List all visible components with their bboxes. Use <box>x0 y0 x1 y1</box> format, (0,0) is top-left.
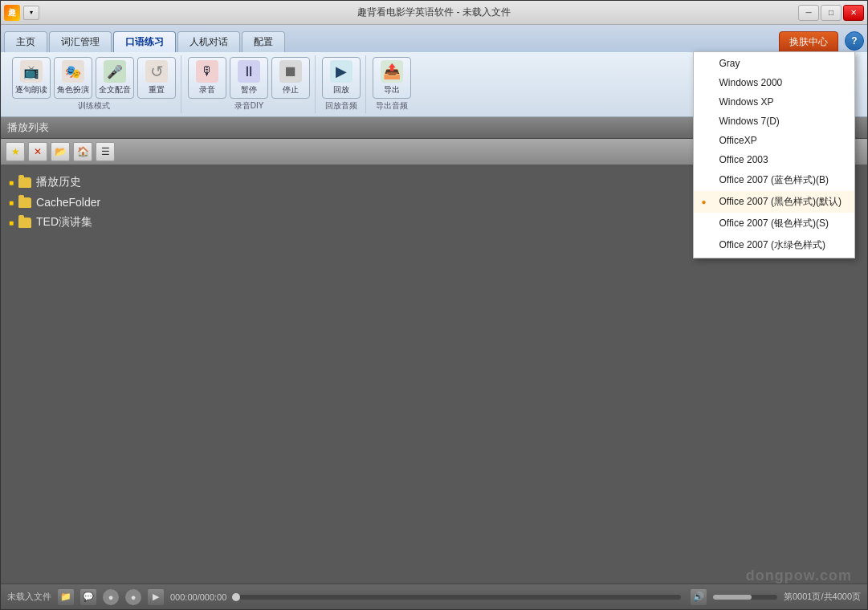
menu-dropdown-btn[interactable]: ▾ <box>23 6 39 20</box>
app-logo: 趣 <box>4 5 20 21</box>
toolbar-group-playback: ▶ 回放 回放音频 <box>317 55 366 113</box>
record-buttons: 🎙 录音 ⏸ 暂停 ⏹ 停止 <box>188 57 310 99</box>
full-dub-label: 全文配音 <box>99 84 131 96</box>
maximize-button[interactable]: □ <box>821 5 842 21</box>
export-button[interactable]: 📤 导出 <box>373 57 411 99</box>
tab-config[interactable]: 配置 <box>242 31 285 52</box>
export-buttons: 📤 导出 <box>373 57 411 99</box>
folder-icon <box>18 177 31 188</box>
line-read-label: 逐句朗读 <box>15 84 47 96</box>
skin-option-win2000[interactable]: Windows 2000 <box>694 73 854 92</box>
skin-option-office2007silver[interactable]: Office 2007 (银色样式)(S) <box>694 213 854 234</box>
playlist-star-button[interactable]: ★ <box>6 142 25 161</box>
stop-label: 停止 <box>283 84 299 96</box>
folder-icon <box>18 197 31 208</box>
status-play-icon[interactable]: ▶ <box>148 589 164 605</box>
status-bar: 未载入文件 📁 💬 ● ● ▶ 000:00/000:00 🔊 第0001页/共… <box>1 584 867 609</box>
bullet-icon: ■ <box>9 218 14 227</box>
minimize-button[interactable]: ─ <box>798 5 819 21</box>
close-button[interactable]: ✕ <box>843 5 864 21</box>
skin-option-gray[interactable]: Gray <box>694 54 854 73</box>
help-button[interactable]: ? <box>845 31 864 51</box>
playback-icon: ▶ <box>330 60 352 83</box>
bullet-icon: ■ <box>9 198 14 207</box>
export-label: 导出 <box>384 84 400 96</box>
playback-button[interactable]: ▶ 回放 <box>322 57 361 99</box>
pause-button[interactable]: ⏸ 暂停 <box>230 57 268 99</box>
role-play-label: 角色扮演 <box>57 84 89 96</box>
full-dub-icon: 🎤 <box>104 60 126 83</box>
skin-option-officexp[interactable]: OfficeXP <box>694 131 854 150</box>
status-file-label: 未载入文件 <box>7 591 51 603</box>
stop-icon: ⏹ <box>279 60 302 83</box>
export-group-label: 导出音频 <box>376 100 408 112</box>
tab-home[interactable]: 主页 <box>4 31 47 52</box>
train-buttons: 📺 逐句朗读 🎭 角色扮演 🎤 全文配音 ↺ 重置 <box>12 57 176 99</box>
playlist-home-button[interactable]: 🏠 <box>73 142 92 161</box>
item-history-label: 播放历史 <box>36 175 81 189</box>
full-dub-button[interactable]: 🎤 全文配音 <box>96 57 134 99</box>
playlist-folder-button[interactable]: 📂 <box>51 142 70 161</box>
skin-option-office2007black[interactable]: Office 2007 (黑色样式)(默认) <box>694 191 854 213</box>
window-title: 趣背看电影学英语软件 - 未载入文件 <box>357 6 511 19</box>
skin-option-office2007blue[interactable]: Office 2007 (蓝色样式)(B) <box>694 169 854 191</box>
bullet-icon: ■ <box>9 178 14 187</box>
reset-button[interactable]: ↺ 重置 <box>137 57 176 99</box>
skin-option-office2007aqua[interactable]: Office 2007 (水绿色样式) <box>694 234 854 256</box>
record-icon: 🎙 <box>196 60 218 83</box>
playback-label: 回放 <box>333 84 349 96</box>
pause-icon: ⏸ <box>238 60 260 83</box>
pause-label: 暂停 <box>241 84 257 96</box>
stop-button[interactable]: ⏹ 停止 <box>271 57 310 99</box>
toolbar-group-train: 📺 逐句朗读 🎭 角色扮演 🎤 全文配音 ↺ 重置 <box>7 55 181 113</box>
status-folder-icon[interactable]: 📁 <box>58 589 74 605</box>
reset-label: 重置 <box>149 84 165 96</box>
item-ted-label: TED演讲集 <box>36 215 92 230</box>
tab-human[interactable]: 人机对话 <box>177 31 240 52</box>
volume-fill <box>713 595 752 600</box>
playlist-list-button[interactable]: ☰ <box>96 142 115 161</box>
title-bar: 趣 ▾ 趣背看电影学英语软件 - 未载入文件 ─ □ ✕ <box>1 1 867 25</box>
tab-bar: 主页 词汇管理 口语练习 人机对话 配置 换肤中心 ? <box>1 25 867 52</box>
status-circle1-icon[interactable]: ● <box>103 589 119 605</box>
tab-vocab[interactable]: 词汇管理 <box>49 31 112 52</box>
line-read-button[interactable]: 📺 逐句朗读 <box>12 57 51 99</box>
status-page-label: 第0001页/共4000页 <box>784 591 861 603</box>
record-button[interactable]: 🎙 录音 <box>188 57 226 99</box>
role-play-button[interactable]: 🎭 角色扮演 <box>54 57 92 99</box>
skin-dropdown-menu: Gray Windows 2000 Windows XP Windows 7(D… <box>693 51 855 258</box>
skin-option-win7[interactable]: Windows 7(D) <box>694 112 854 131</box>
toolbar-group-record: 🎙 录音 ⏸ 暂停 ⏹ 停止 录音DIY <box>183 55 316 113</box>
export-icon: 📤 <box>381 60 403 83</box>
playback-buttons: ▶ 回放 <box>322 57 361 99</box>
window-controls: ─ □ ✕ <box>798 5 864 21</box>
title-bar-left: 趣 ▾ <box>4 5 39 21</box>
toolbar-group-export: 📤 导出 导出音频 <box>368 55 416 113</box>
skin-option-winxp[interactable]: Windows XP <box>694 92 854 112</box>
volume-icon[interactable]: 🔊 <box>691 589 707 605</box>
skin-center-button[interactable]: 换肤中心 <box>779 31 838 52</box>
record-group-label: 录音DIY <box>234 100 264 112</box>
line-read-icon: 📺 <box>20 60 43 83</box>
playback-group-label: 回放音频 <box>325 100 357 112</box>
role-play-icon: 🎭 <box>62 60 84 83</box>
item-cache-label: CacheFolder <box>36 196 100 209</box>
status-speech-icon[interactable]: 💬 <box>80 589 96 605</box>
volume-bar[interactable] <box>713 595 777 600</box>
progress-bar[interactable] <box>236 595 681 600</box>
folder-icon <box>18 218 31 228</box>
record-label: 录音 <box>199 84 215 96</box>
status-circle2-icon[interactable]: ● <box>125 589 141 605</box>
skin-option-office2003[interactable]: Office 2003 <box>694 150 854 169</box>
reset-icon: ↺ <box>145 60 168 83</box>
progress-handle[interactable] <box>232 593 240 601</box>
status-time-label: 000:00/000:00 <box>170 592 226 602</box>
train-group-label: 训练模式 <box>78 100 110 112</box>
playlist-close-button[interactable]: ✕ <box>28 142 47 161</box>
tab-speaking[interactable]: 口语练习 <box>113 31 176 52</box>
